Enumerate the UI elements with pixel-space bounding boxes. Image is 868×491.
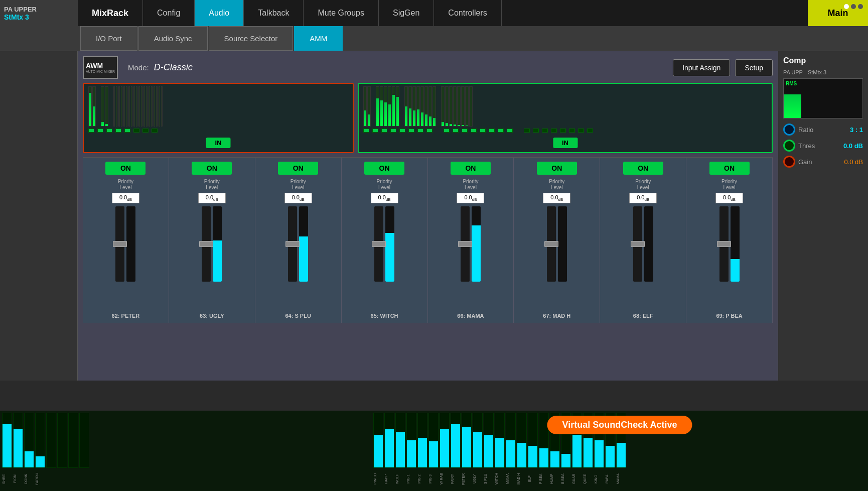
fader-track-64[interactable] bbox=[288, 206, 297, 282]
fader-track-66[interactable] bbox=[461, 206, 470, 282]
fader-track-67[interactable] bbox=[547, 206, 556, 282]
channel-name-65: 65: WITCH bbox=[371, 313, 398, 319]
priority-input-62[interactable]: 0.0dB bbox=[112, 193, 139, 203]
priority-input-69[interactable]: 0.0dB bbox=[715, 193, 743, 203]
in-badge-left[interactable]: IN bbox=[206, 138, 231, 148]
bl-meter-fill-0 bbox=[3, 424, 12, 467]
fader-track-65[interactable] bbox=[374, 206, 383, 282]
br-meter-fill-16 bbox=[550, 451, 559, 467]
tab-talkback[interactable]: Talkback bbox=[244, 0, 304, 26]
sub-nav: I/O Port Audio Sync Source Selector AMM bbox=[0, 26, 868, 51]
br-meter-fill-20 bbox=[595, 440, 604, 467]
tab-mute-groups[interactable]: Mute Groups bbox=[304, 0, 378, 26]
bl-label-1: FION bbox=[13, 469, 23, 489]
fader-thumb-62[interactable] bbox=[113, 241, 127, 247]
on-button-69[interactable]: ON bbox=[709, 162, 750, 175]
subtab-source-selector[interactable]: Source Selector bbox=[209, 26, 294, 51]
left-sidebar bbox=[0, 51, 78, 381]
on-button-67[interactable]: ON bbox=[537, 162, 577, 175]
dot-1 bbox=[844, 4, 849, 9]
comp-ratio-knob[interactable] bbox=[783, 124, 795, 136]
br-label-1: HAPP bbox=[384, 469, 394, 489]
fader-thumb-65[interactable] bbox=[372, 241, 386, 247]
tab-controllers[interactable]: Controllers bbox=[434, 0, 501, 26]
priority-input-65[interactable]: 0.0dB bbox=[371, 193, 398, 203]
rdot-14 bbox=[489, 129, 495, 133]
fader-thumb-68[interactable] bbox=[631, 241, 645, 247]
priority-input-63[interactable]: 0.0dB bbox=[198, 193, 226, 203]
subtab-amm[interactable]: AMM bbox=[294, 26, 343, 51]
tab-mixrack[interactable]: MixRack bbox=[78, 0, 143, 26]
level-bar-63 bbox=[213, 206, 222, 282]
fader-track-69[interactable] bbox=[719, 206, 729, 282]
priority-input-68[interactable]: 0.0dB bbox=[629, 193, 657, 203]
in-badge-right[interactable]: IN bbox=[553, 138, 577, 148]
rdot-4 bbox=[390, 129, 396, 133]
br-meter-bar-0 bbox=[373, 413, 383, 468]
comp-thres-row: Thres 0.0 dB bbox=[783, 140, 863, 152]
channel-strip-68: ON PriorityLevel 0.0dB 68: ELF bbox=[600, 158, 686, 323]
on-button-66[interactable]: ON bbox=[451, 162, 491, 175]
bl-label-6 bbox=[68, 469, 78, 489]
on-button-65[interactable]: ON bbox=[364, 162, 404, 175]
bl-meter-bar-0 bbox=[2, 413, 12, 468]
br-meter-bar-9 bbox=[473, 413, 483, 468]
priority-input-64[interactable]: 0.0dB bbox=[284, 193, 312, 203]
priority-input-67[interactable]: 0.0dB bbox=[543, 193, 570, 203]
rdot-18 bbox=[533, 129, 539, 133]
amm-mode-label: Mode: bbox=[128, 63, 149, 72]
bottom-left-meters bbox=[2, 413, 369, 468]
br-meter-fill-6 bbox=[440, 429, 449, 467]
level-fill-66 bbox=[472, 225, 481, 282]
on-button-62[interactable]: ON bbox=[105, 162, 146, 175]
br-label-6: W RAB bbox=[440, 469, 450, 489]
bottom-right-labels: PINCOHAPPWOLFPIG 1PIG 2PIG 3W RABFAIRYPE… bbox=[373, 469, 866, 489]
channel-strip-69: ON PriorityLevel 0.0dB 69: P BEA bbox=[686, 158, 773, 323]
fader-thumb-69[interactable] bbox=[717, 241, 731, 247]
fader-thumb-64[interactable] bbox=[285, 241, 300, 247]
channel-strip-66: ON PriorityLevel 0.0dB 66: MAMA bbox=[428, 158, 514, 323]
subtab-io-port[interactable]: I/O Port bbox=[80, 26, 137, 51]
input-assign-button[interactable]: Input Assign bbox=[673, 59, 730, 76]
level-bar-68 bbox=[644, 206, 653, 282]
dot-6 bbox=[133, 129, 139, 133]
rdot-24 bbox=[587, 129, 593, 133]
br-label-15: P BEA bbox=[539, 469, 549, 489]
on-button-63[interactable]: ON bbox=[192, 162, 232, 175]
rdot-9 bbox=[444, 129, 450, 133]
bl-meter-bar-2 bbox=[24, 413, 34, 468]
priority-input-66[interactable]: 0.0dB bbox=[457, 193, 484, 203]
comp-gain-knob[interactable] bbox=[783, 156, 795, 168]
stmtx-label: StMtx 3 bbox=[4, 13, 74, 21]
right-meter-dots bbox=[361, 129, 769, 133]
subtab-audio-sync[interactable]: Audio Sync bbox=[138, 26, 208, 51]
comp-stmtx-label: StMtx 3 bbox=[808, 69, 826, 75]
fader-track-68[interactable] bbox=[633, 206, 642, 282]
channel-strip-63: ON PriorityLevel 0.0dB 63: UGLY bbox=[169, 158, 255, 323]
tab-audio[interactable]: Audio bbox=[195, 0, 244, 26]
rdot-10 bbox=[453, 129, 459, 133]
bl-label-4 bbox=[46, 469, 56, 489]
fader-thumb-66[interactable] bbox=[458, 241, 472, 247]
br-meter-bar-11 bbox=[495, 413, 505, 468]
fader-thumb-67[interactable] bbox=[544, 241, 558, 247]
channel-strip-64: ON PriorityLevel 0.0dB 64: S PLU bbox=[255, 158, 342, 323]
tab-config[interactable]: Config bbox=[143, 0, 195, 26]
bl-label-0: SHRE bbox=[2, 469, 12, 489]
channel-name-64: 64: S PLU bbox=[285, 313, 311, 319]
br-meter-fill-0 bbox=[374, 435, 383, 467]
fader-track-62[interactable] bbox=[115, 206, 124, 282]
br-meter-bar-10 bbox=[484, 413, 494, 468]
fader-thumb-63[interactable] bbox=[199, 241, 213, 247]
on-button-68[interactable]: ON bbox=[623, 162, 663, 175]
fader-container-65 bbox=[344, 206, 425, 310]
on-button-64[interactable]: ON bbox=[278, 162, 318, 175]
comp-thres-knob[interactable] bbox=[783, 140, 795, 152]
setup-button[interactable]: Setup bbox=[735, 59, 773, 76]
br-meter-fill-14 bbox=[528, 446, 537, 467]
main-area: AWM AUTO MIC MIXER Mode: D-Classic Input… bbox=[0, 51, 868, 381]
br-label-4: PIG 2 bbox=[417, 469, 427, 489]
tab-siggen[interactable]: SigGen bbox=[379, 0, 434, 26]
fader-track-63[interactable] bbox=[202, 206, 211, 282]
br-meter-bar-2 bbox=[395, 413, 405, 468]
